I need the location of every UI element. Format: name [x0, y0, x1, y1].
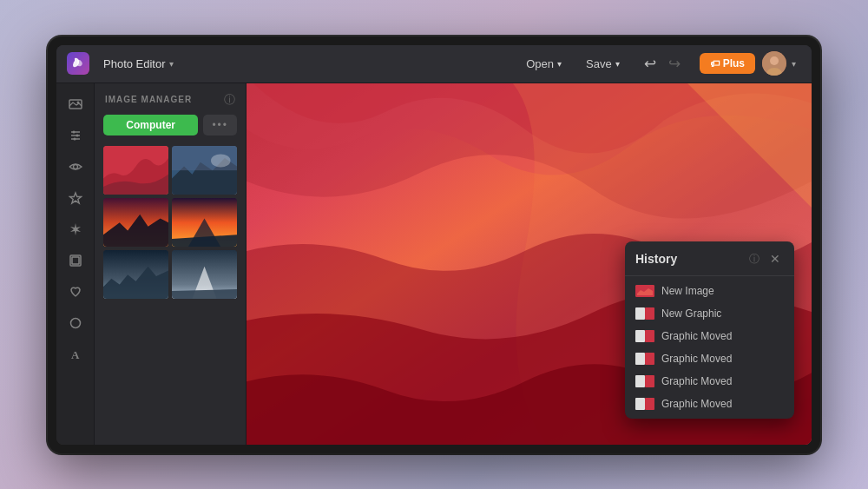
history-item-graphic-moved-4[interactable]: Graphic Moved — [625, 393, 794, 415]
app-header: Photo Editor ▾ Open ▾ Save ▾ ↩ ↪ 🏷 — [56, 45, 812, 83]
undo-button[interactable]: ↩ — [639, 51, 661, 76]
history-item-icon — [635, 330, 654, 342]
thumbnail-6[interactable] — [172, 250, 237, 299]
history-item-icon — [635, 307, 654, 320]
svg-rect-28 — [645, 307, 654, 320]
history-close-button[interactable]: ✕ — [766, 250, 784, 268]
svg-rect-27 — [635, 307, 645, 320]
svg-rect-30 — [645, 330, 654, 342]
history-item-new-image[interactable]: New Image — [625, 280, 794, 302]
canvas-area[interactable]: History ⓘ ✕ — [247, 83, 812, 445]
thumbnail-3[interactable] — [103, 198, 168, 247]
history-item-icon — [635, 398, 654, 410]
side-panel: IMAGE MANAGER ⓘ Computer ••• — [95, 83, 247, 445]
device-frame: Photo Editor ▾ Open ▾ Save ▾ ↩ ↪ 🏷 — [48, 36, 820, 453]
svg-rect-35 — [635, 398, 645, 410]
history-header: History ⓘ ✕ — [625, 241, 794, 276]
eye-tool-button[interactable] — [62, 153, 89, 181]
panel-title: IMAGE MANAGER — [105, 95, 192, 104]
image-tool-button[interactable] — [62, 90, 89, 118]
app-title-button[interactable]: Photo Editor ▾ — [96, 54, 181, 74]
svg-point-15 — [70, 318, 80, 327]
history-item-label: Graphic Moved — [661, 353, 732, 365]
svg-point-9 — [76, 134, 78, 136]
history-item-icon — [635, 353, 654, 365]
history-info-button[interactable]: ⓘ — [747, 250, 761, 268]
image-grid — [95, 142, 246, 303]
history-panel: History ⓘ ✕ — [625, 241, 794, 419]
open-button[interactable]: Open ▾ — [514, 53, 574, 75]
panel-info-button[interactable]: ⓘ — [224, 92, 235, 108]
svg-point-11 — [73, 164, 77, 169]
history-item-label: Graphic Moved — [661, 398, 732, 410]
device-wrapper: Photo Editor ▾ Open ▾ Save ▾ ↩ ↪ 🏷 — [48, 36, 820, 453]
chevron-down-icon: ▾ — [557, 59, 562, 69]
shape-tool-button[interactable] — [62, 309, 89, 337]
svg-rect-32 — [645, 353, 654, 365]
svg-point-10 — [73, 137, 76, 140]
main-content: A IMAGE MANAGER ⓘ Computer ••• — [56, 83, 812, 445]
app-title-text: Photo Editor — [103, 57, 166, 70]
history-item-label: Graphic Moved — [661, 330, 732, 342]
avatar[interactable] — [762, 51, 786, 76]
heart-tool-button[interactable] — [62, 278, 89, 306]
computer-tab-button[interactable]: Computer — [103, 115, 198, 135]
star-tool-button[interactable] — [62, 184, 89, 212]
svg-rect-14 — [72, 257, 79, 264]
svg-text:A: A — [71, 348, 80, 361]
plus-button[interactable]: 🏷 Plus — [700, 53, 755, 74]
more-sources-button[interactable]: ••• — [203, 115, 237, 135]
save-button[interactable]: Save ▾ — [574, 53, 632, 75]
app-logo[interactable] — [67, 52, 89, 75]
history-item-graphic-moved-2[interactable]: Graphic Moved — [625, 347, 794, 370]
frame-tool-button[interactable] — [62, 247, 89, 274]
history-header-actions: ⓘ ✕ — [747, 250, 784, 268]
adjustments-tool-button[interactable] — [62, 122, 89, 149]
history-item-graphic-moved-3[interactable]: Graphic Moved — [625, 370, 794, 393]
svg-rect-33 — [635, 375, 645, 387]
avatar-image — [762, 51, 786, 76]
history-item-label: New Image — [661, 285, 714, 297]
left-toolbar: A — [56, 83, 95, 445]
svg-rect-31 — [635, 353, 645, 365]
history-item-icon — [635, 375, 654, 387]
history-title: History — [635, 252, 677, 266]
thumbnail-2[interactable] — [172, 146, 237, 195]
chevron-down-icon: ▾ — [169, 59, 174, 69]
panel-tabs: Computer ••• — [95, 115, 246, 142]
svg-marker-12 — [69, 193, 81, 203]
history-item-graphic-moved-1[interactable]: Graphic Moved — [625, 325, 794, 347]
svg-point-8 — [72, 130, 75, 133]
svg-rect-36 — [645, 398, 654, 410]
svg-point-1 — [770, 56, 779, 65]
svg-point-20 — [211, 154, 231, 167]
history-item-label: Graphic Moved — [661, 375, 732, 387]
app-container: Photo Editor ▾ Open ▾ Save ▾ ↩ ↪ 🏷 — [56, 45, 812, 445]
effects-tool-button[interactable] — [62, 215, 89, 243]
redo-button[interactable]: ↪ — [663, 51, 686, 76]
svg-rect-34 — [645, 375, 654, 387]
panel-header: IMAGE MANAGER ⓘ — [95, 83, 246, 115]
svg-point-4 — [76, 101, 79, 103]
plus-icon: 🏷 — [710, 58, 720, 69]
history-item-new-graphic[interactable]: New Graphic — [625, 302, 794, 325]
history-item-icon — [635, 285, 654, 297]
thumbnail-5[interactable] — [103, 250, 168, 299]
thumbnail-4[interactable] — [172, 198, 237, 247]
history-item-label: New Graphic — [661, 307, 721, 320]
chevron-down-icon: ▾ — [615, 59, 620, 69]
text-tool-button[interactable]: A — [62, 340, 89, 368]
avatar-menu-button[interactable]: ▾ — [786, 56, 801, 72]
undo-redo-group: ↩ ↪ — [639, 51, 686, 76]
history-list: New Image New Graphic — [625, 276, 794, 419]
logo-area — [67, 52, 89, 75]
svg-rect-29 — [635, 330, 645, 342]
thumbnail-1[interactable] — [103, 146, 168, 195]
